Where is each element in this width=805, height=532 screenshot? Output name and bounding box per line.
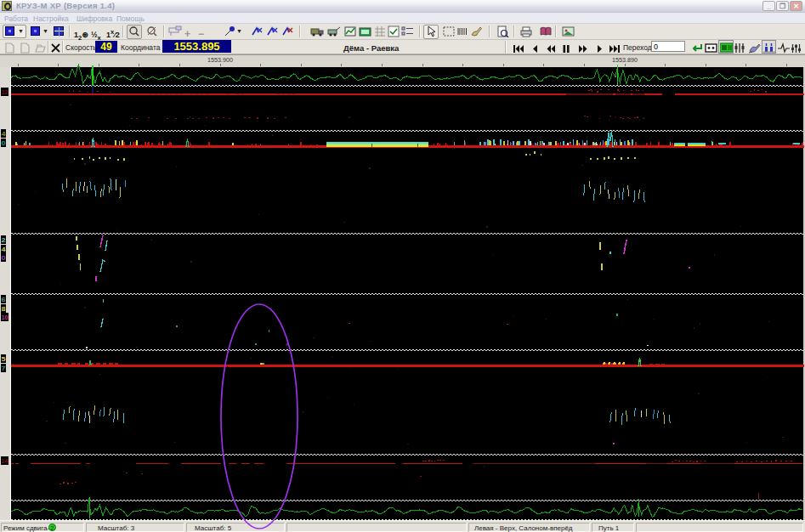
svg-text:10: 10 (2, 314, 9, 321)
svg-text:4: 4 (2, 130, 7, 138)
svg-text:12: 12 (2, 88, 9, 96)
svg-text:1553.900: 1553.900 (207, 56, 233, 64)
svg-text:8: 8 (2, 305, 7, 313)
svg-text:6: 6 (2, 296, 7, 303)
svg-text:14: 14 (2, 457, 9, 465)
svg-text:7: 7 (2, 365, 7, 372)
svg-text:5: 5 (2, 355, 7, 363)
svg-text:4: 4 (2, 246, 7, 253)
svg-text:2: 2 (2, 236, 7, 244)
svg-text:0: 0 (2, 254, 7, 262)
svg-text:1553.890: 1553.890 (612, 56, 638, 64)
svg-text:0: 0 (2, 139, 7, 147)
